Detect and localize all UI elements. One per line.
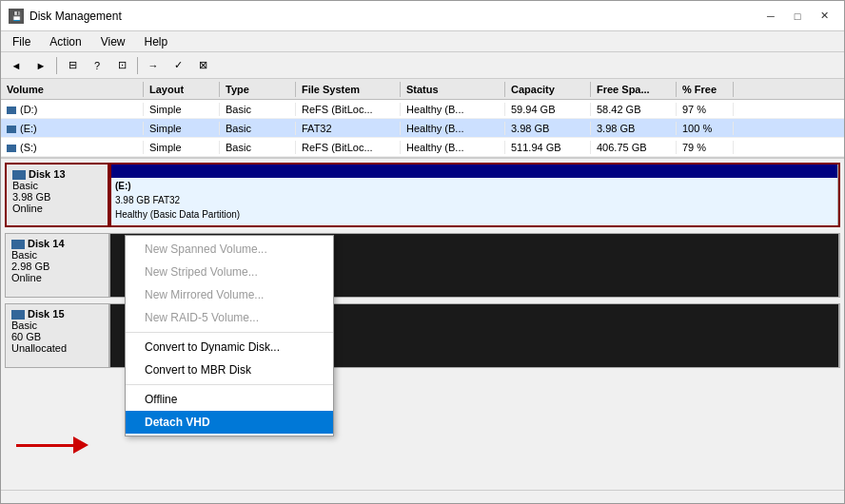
bottom-scrollbar[interactable] [1,490,844,503]
cell-freespace: 3.98 GB [591,122,677,135]
context-menu-item-new-raid-5-volume...: New RAID-5 Volume... [126,306,333,329]
header-status: Status [401,82,505,97]
menu-view[interactable]: View [93,33,133,50]
toolbar-btn-5[interactable]: ✓ [167,55,189,76]
context-menu-item-convert-to-mbr-disk[interactable]: Convert to MBR Disk [126,359,333,381]
toolbar-sep-1 [56,57,57,74]
cell-pctfree: 100 % [677,122,734,135]
main-window: 💾 Disk Management ─ □ ✕ File Action View… [0,0,845,504]
toolbar-btn-1[interactable]: ⊟ [61,55,84,76]
toolbar-btn-4[interactable]: → [142,55,165,76]
table-row[interactable]: (S:) Simple Basic ReFS (BitLoc... Health… [1,138,844,157]
cell-type: Basic [220,141,296,154]
cell-capacity: 511.94 GB [505,141,591,154]
context-menu-item-convert-to-dynamic-disk...[interactable]: Convert to Dynamic Disk... [126,336,333,359]
partition-header-bar [111,165,837,178]
context-menu-separator [126,332,333,333]
header-filesystem: File System [296,82,401,97]
cell-pctfree: 97 % [677,103,734,116]
context-menu-item-detach-vhd[interactable]: Detach VHD [126,411,333,434]
cell-freespace: 406.75 GB [591,141,677,154]
partition-content: (E:)3.98 GB FAT32Healthy (Basic Data Par… [115,179,834,222]
title-bar: 💾 Disk Management ─ □ ✕ [1,1,844,31]
window-title: Disk Management [29,10,122,23]
cell-status: Healthy (B... [401,122,505,135]
volume-table: Volume Layout Type File System Status Ca… [1,79,844,159]
toolbar-btn-6[interactable]: ⊠ [191,55,214,76]
cell-filesystem: ReFS (BitLoc... [296,141,401,154]
header-layout: Layout [144,82,220,97]
context-menu-separator [126,384,333,385]
menu-file[interactable]: File [5,33,38,50]
toolbar-btn-3[interactable]: ⊡ [110,55,133,76]
cell-volume: (D:) [1,103,144,116]
context-menu-item-new-mirrored-volume...: New Mirrored Volume... [126,283,333,306]
table-body: (D:) Simple Basic ReFS (BitLoc... Health… [1,100,844,157]
header-type: Type [220,82,296,97]
toolbar: ◄ ► ⊟ ? ⊡ → ✓ ⊠ [1,52,844,79]
cell-volume: (S:) [1,141,144,154]
window-controls: ─ □ ✕ [758,7,836,26]
context-menu-item-new-striped-volume...: New Striped Volume... [126,261,333,283]
cell-type: Basic [220,122,296,135]
header-volume: Volume [1,82,144,97]
cell-type: Basic [220,103,296,116]
forward-button[interactable]: ► [29,55,52,76]
disk-label: Disk 15 Basic 60 GB Unallocated [5,303,109,368]
disk-label: Disk 13 Basic 3.98 GB Online [5,163,109,227]
menu-help[interactable]: Help [137,33,176,50]
header-pctfree: % Free [677,82,734,97]
maximize-button[interactable]: □ [785,7,810,26]
cell-status: Healthy (B... [401,141,505,154]
cell-layout: Simple [144,122,220,135]
disk-partitions: (E:)3.98 GB FAT32Healthy (Basic Data Par… [109,163,840,227]
disk-view[interactable]: Disk 13 Basic 3.98 GB Online (E:)3.98 GB… [1,159,844,490]
disk-row[interactable]: Disk 13 Basic 3.98 GB Online (E:)3.98 GB… [5,163,840,227]
cell-status: Healthy (B... [401,103,505,116]
context-menu: New Spanned Volume...New Striped Volume.… [125,235,334,436]
table-row[interactable]: (D:) Simple Basic ReFS (BitLoc... Health… [1,100,844,119]
table-row[interactable]: (E:) Simple Basic FAT32 Healthy (B... 3.… [1,119,844,138]
header-freespace: Free Spa... [591,82,677,97]
table-header-row: Volume Layout Type File System Status Ca… [1,79,844,100]
arrow-line [16,444,73,447]
cell-capacity: 3.98 GB [505,122,591,135]
minimize-button[interactable]: ─ [758,7,783,26]
cell-filesystem: ReFS (BitLoc... [296,103,401,116]
cell-layout: Simple [144,103,220,116]
context-menu-item-offline[interactable]: Offline [126,388,333,411]
cell-volume: (E:) [1,122,144,135]
menu-bar: File Action View Help [1,31,844,52]
close-button[interactable]: ✕ [812,7,836,26]
arrow-head [73,436,88,454]
partition[interactable]: (E:)3.98 GB FAT32Healthy (Basic Data Par… [111,165,838,225]
cell-freespace: 58.42 GB [591,103,677,116]
arrow-annotation [16,436,88,454]
app-icon: 💾 [9,9,24,24]
menu-action[interactable]: Action [42,33,88,50]
cell-capacity: 59.94 GB [505,103,591,116]
cell-pctfree: 79 % [677,141,734,154]
context-menu-item-new-spanned-volume...: New Spanned Volume... [126,238,333,261]
title-bar-left: 💾 Disk Management [9,9,122,24]
toolbar-sep-2 [137,57,138,74]
header-capacity: Capacity [505,82,591,97]
disk-label: Disk 14 Basic 2.98 GB Online [5,233,109,298]
cell-filesystem: FAT32 [296,122,401,135]
back-button[interactable]: ◄ [5,55,28,76]
cell-layout: Simple [144,141,220,154]
toolbar-btn-2[interactable]: ? [86,55,108,76]
